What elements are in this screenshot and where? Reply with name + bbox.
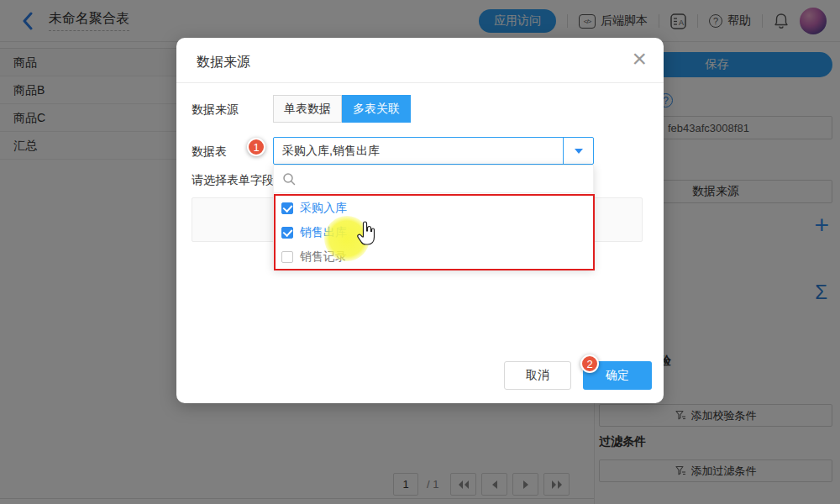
dropdown-list: 采购入库 销售出库 销售记录 [274,193,593,269]
dropdown-item-label: 销售记录 [300,249,347,265]
cancel-button[interactable]: 取消 [504,361,571,390]
table-row-label: 数据表 [192,144,227,160]
modal-title: 数据来源 [197,54,250,71]
source-row-label: 数据来源 [192,102,239,118]
tab-single-table[interactable]: 单表数据 [273,95,342,123]
dropdown-search[interactable] [274,165,593,193]
dropdown-item-label: 销售出库 [300,225,347,240]
search-icon [282,172,296,186]
step-2-badge: 2 [580,354,599,373]
table-dropdown-panel: 采购入库 销售出库 销售记录 [273,165,594,270]
close-icon[interactable]: × [632,46,647,71]
caret-down-icon [575,149,583,154]
dropdown-item-sales-outbound[interactable]: 销售出库 [274,220,593,244]
checkbox-checked-icon[interactable] [281,202,293,214]
data-table-select[interactable]: 采购入库,销售出库 [273,137,594,165]
dropdown-item-label: 采购入库 [300,201,347,216]
tab-multi-table[interactable]: 多表关联 [342,95,411,123]
source-type-tabs: 单表数据 多表关联 [273,95,411,123]
select-value: 采购入库,销售出库 [274,144,563,159]
step-1-badge: 1 [247,138,265,156]
data-source-modal: 数据来源 × 数据来源 单表数据 多表关联 数据表 采购入库,销售出库 请选择表… [176,38,664,403]
checkbox-unchecked-icon[interactable] [281,251,293,263]
dropdown-item-purchase-inbound[interactable]: 采购入库 [274,196,593,220]
field-row-label: 请选择表单字段 [192,173,274,188]
select-caret-button[interactable] [563,138,593,164]
checkbox-checked-icon[interactable] [281,227,293,239]
divider [176,82,664,83]
dropdown-item-sales-record[interactable]: 销售记录 [274,244,593,269]
app-root: 未命名聚合表 应用访问 </> 后端脚本 A ? 帮助 [0,0,840,504]
